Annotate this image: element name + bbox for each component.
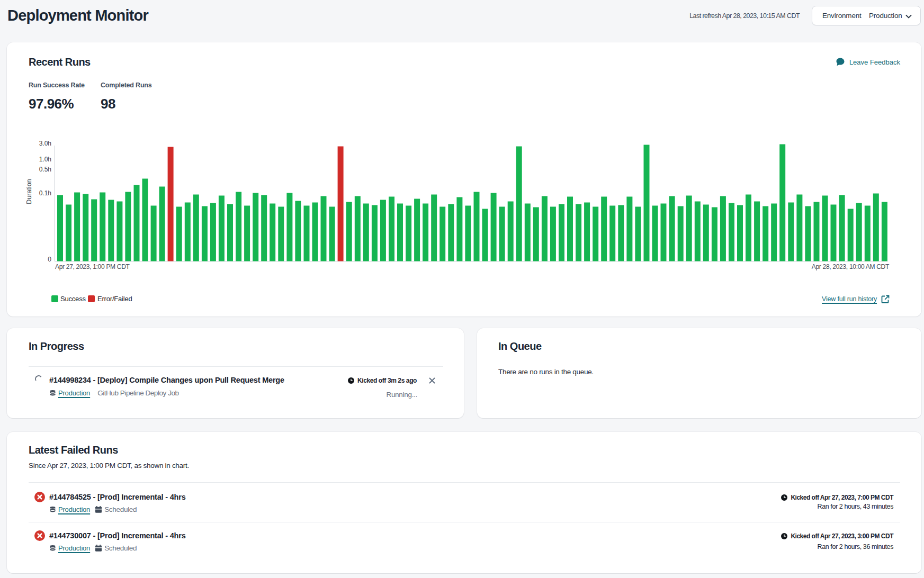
svg-text:3.0h: 3.0h [39,140,51,147]
svg-text:0.1h: 0.1h [39,189,51,197]
svg-text:Duration: Duration [25,179,33,204]
svg-text:1.0h: 1.0h [39,156,51,163]
svg-text:0: 0 [48,256,51,263]
svg-text:0.5h: 0.5h [39,166,51,173]
svg-text:Apr 27, 2023, 1:00 PM CDT: Apr 27, 2023, 1:00 PM CDT [55,263,130,270]
svg-text:Apr 28, 2023, 10:00 AM CDT: Apr 28, 2023, 10:00 AM CDT [812,263,890,270]
